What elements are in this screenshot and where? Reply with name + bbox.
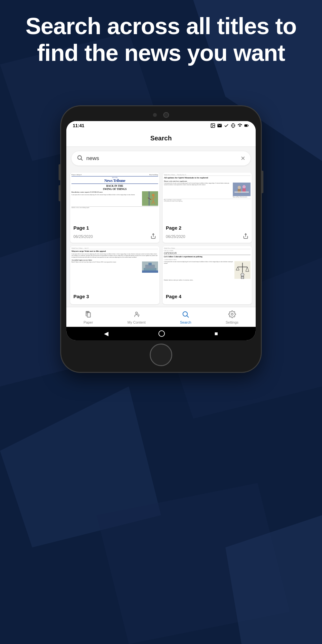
result-card-date-page1: 06/25/2020: [73, 234, 93, 239]
phone-body: 11:41: [61, 106, 261, 372]
result-card-title-page4: Page 4: [166, 294, 249, 299]
result-card-image-page3: Duluth News Tribune — June 25 Mayors urg…: [70, 246, 159, 291]
svg-point-44: [241, 273, 244, 276]
phone-home-button[interactable]: [150, 344, 172, 366]
mycontent-icon: [133, 310, 140, 319]
result-card-info-page4: Page 4: [163, 291, 252, 304]
svg-point-10: [212, 125, 213, 125]
vibrate-status-icon: [231, 123, 236, 128]
svg-rect-15: [245, 125, 247, 126]
result-card-image-page4: Duluth News Tribune Local View Opinion L…: [163, 246, 252, 291]
newspaper-page3-preview: Duluth News Tribune — June 25 Mayors urg…: [70, 246, 159, 291]
result-card-info-page1: Page 1 06/25/2020: [70, 223, 159, 243]
nav-item-search[interactable]: Search: [180, 310, 191, 324]
svg-point-52: [136, 312, 137, 314]
result-card-title-page1: Page 1: [73, 225, 156, 231]
svg-point-30: [238, 186, 241, 189]
phone-screen: 11:41: [66, 121, 256, 340]
search-input[interactable]: news: [86, 155, 237, 162]
result-card-info-page2: Page 2 06/25/2020: [163, 223, 252, 243]
newspaper-page1-preview: Project delayed Boat building DULUTH New…: [70, 173, 159, 223]
result-card-page2[interactable]: Duluth News Tribune — Thursday June 25 A…: [163, 173, 252, 243]
svg-rect-11: [232, 124, 234, 128]
search-nav-icon: [182, 310, 189, 319]
photo-status-icon: [210, 123, 215, 128]
nav-label-settings: Settings: [226, 320, 239, 324]
svg-line-18: [81, 159, 83, 161]
result-card-page3[interactable]: Duluth News Tribune — June 25 Mayors urg…: [70, 246, 159, 304]
search-bar[interactable]: news ✕: [71, 151, 251, 166]
svg-rect-51: [87, 313, 90, 317]
bottom-nav: Paper My Content: [66, 307, 256, 327]
status-time: 11:41: [73, 123, 84, 128]
nav-label-mycontent: My Content: [128, 320, 146, 324]
phone-top-bar: [66, 112, 256, 118]
wifi-status-icon: [237, 123, 242, 128]
settings-icon: [228, 310, 236, 319]
recents-button[interactable]: ■: [214, 330, 218, 337]
app-header: Search: [66, 130, 256, 147]
result-card-image-page2: Duluth News Tribune — Thursday June 25 A…: [163, 173, 252, 223]
result-card-title-page3: Page 3: [73, 294, 156, 299]
search-clear-button[interactable]: ✕: [241, 155, 245, 162]
svg-point-20: [152, 194, 155, 196]
svg-rect-40: [142, 270, 158, 273]
status-icons: [210, 123, 249, 128]
nav-item-paper[interactable]: Paper: [83, 310, 93, 324]
svg-point-53: [183, 312, 187, 316]
nav-label-search: Search: [180, 320, 191, 324]
nav-label-paper: Paper: [83, 320, 93, 324]
phone-camera: [163, 112, 169, 118]
phone-mockup: 11:41: [61, 106, 261, 372]
hero-section: Search across all titles to find the new…: [0, 13, 322, 66]
share-button-page1[interactable]: [150, 233, 156, 240]
newspaper-page2-preview: Duluth News Tribune — Thursday June 25 A…: [163, 173, 252, 223]
phone-speaker: [153, 113, 157, 117]
result-card-footer-page2: 06/25/2020: [166, 233, 249, 240]
nav-item-settings[interactable]: Settings: [226, 310, 239, 324]
result-card-image-page1: Project delayed Boat building DULUTH New…: [70, 173, 159, 223]
svg-rect-45: [241, 276, 244, 279]
svg-rect-34: [234, 192, 249, 193]
results-grid: Project delayed Boat building DULUTH New…: [66, 170, 256, 307]
search-bar-icon: [77, 155, 83, 162]
svg-line-54: [187, 316, 189, 318]
result-card-date-page2: 06/25/2020: [166, 234, 185, 239]
nav-item-mycontent[interactable]: My Content: [128, 310, 146, 324]
hero-title: Search across all titles to find the new…: [19, 13, 303, 66]
status-bar: 11:41: [66, 121, 256, 130]
result-card-footer-page1: 06/25/2020: [73, 233, 156, 240]
svg-point-17: [78, 156, 81, 159]
back-button[interactable]: ◀: [104, 330, 109, 337]
newspaper-page4-preview: Duluth News Tribune Local View Opinion L…: [163, 246, 252, 291]
result-card-page4[interactable]: Duluth News Tribune Local View Opinion L…: [163, 246, 252, 304]
app-title: Search: [150, 135, 172, 142]
battery-status-icon: [244, 123, 249, 128]
svg-rect-39: [148, 263, 152, 265]
paper-icon: [84, 310, 92, 319]
svg-rect-19: [142, 191, 158, 206]
svg-rect-29: [233, 183, 251, 196]
result-card-title-page2: Page 2: [166, 225, 249, 231]
share-button-page2[interactable]: [243, 233, 249, 240]
system-nav-bar: ◀ ■: [66, 327, 256, 340]
result-card-page1[interactable]: Project delayed Boat building DULUTH New…: [70, 173, 159, 243]
home-button-circle[interactable]: [158, 330, 165, 337]
search-container: news ✕: [66, 147, 256, 170]
gmail-status-icon: [217, 123, 222, 128]
phone-bottom-area: [66, 344, 256, 366]
svg-point-55: [231, 313, 233, 315]
check-status-icon: [224, 123, 229, 128]
result-card-info-page3: Page 3: [70, 291, 159, 304]
svg-point-32: [242, 185, 246, 188]
